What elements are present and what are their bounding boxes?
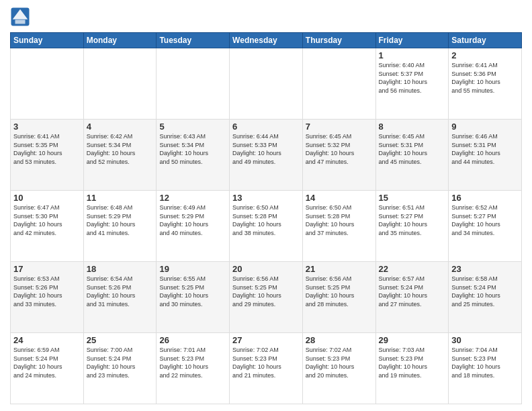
calendar-cell: 3Sunrise: 6:41 AM Sunset: 5:35 PM Daylig… [11, 120, 84, 191]
calendar-cell: 2Sunrise: 6:41 AM Sunset: 5:36 PM Daylig… [449, 48, 522, 120]
day-number: 18 [87, 264, 154, 274]
calendar-cell: 27Sunrise: 7:02 AM Sunset: 5:23 PM Dayli… [230, 333, 303, 404]
calendar-week-row: 10Sunrise: 6:47 AM Sunset: 5:30 PM Dayli… [11, 191, 522, 262]
calendar-cell: 13Sunrise: 6:50 AM Sunset: 5:28 PM Dayli… [230, 191, 303, 262]
day-number: 6 [232, 122, 300, 132]
calendar-cell: 9Sunrise: 6:46 AM Sunset: 5:31 PM Daylig… [449, 120, 522, 191]
calendar-header-saturday: Saturday [449, 33, 522, 48]
day-info: Sunrise: 7:00 AM Sunset: 5:24 PM Dayligh… [87, 346, 154, 379]
calendar-cell: 25Sunrise: 7:00 AM Sunset: 5:24 PM Dayli… [83, 333, 157, 404]
calendar-week-row: 17Sunrise: 6:53 AM Sunset: 5:26 PM Dayli… [11, 262, 522, 333]
calendar-header-tuesday: Tuesday [157, 33, 230, 48]
calendar-cell: 18Sunrise: 6:54 AM Sunset: 5:26 PM Dayli… [83, 262, 157, 333]
day-info: Sunrise: 6:50 AM Sunset: 5:28 PM Dayligh… [306, 203, 373, 237]
day-number: 17 [13, 264, 81, 274]
day-info: Sunrise: 6:40 AM Sunset: 5:37 PM Dayligh… [379, 61, 446, 95]
calendar-cell [157, 48, 230, 120]
logo-icon [10, 7, 30, 27]
day-number: 10 [13, 193, 81, 203]
day-info: Sunrise: 6:55 AM Sunset: 5:25 PM Dayligh… [159, 275, 226, 308]
logo [10, 7, 33, 27]
day-number: 5 [159, 122, 226, 132]
calendar-cell: 5Sunrise: 6:43 AM Sunset: 5:34 PM Daylig… [157, 120, 230, 191]
day-info: Sunrise: 6:42 AM Sunset: 5:34 PM Dayligh… [87, 132, 154, 166]
calendar-cell: 21Sunrise: 6:56 AM Sunset: 5:25 PM Dayli… [302, 262, 375, 333]
day-info: Sunrise: 7:02 AM Sunset: 5:23 PM Dayligh… [232, 346, 300, 379]
calendar-week-row: 3Sunrise: 6:41 AM Sunset: 5:35 PM Daylig… [11, 120, 522, 191]
svg-rect-2 [15, 20, 26, 24]
day-number: 3 [13, 122, 81, 132]
calendar-cell: 28Sunrise: 7:02 AM Sunset: 5:23 PM Dayli… [302, 333, 375, 404]
day-info: Sunrise: 6:49 AM Sunset: 5:29 PM Dayligh… [159, 203, 226, 237]
calendar-header-wednesday: Wednesday [230, 33, 303, 48]
calendar-cell: 10Sunrise: 6:47 AM Sunset: 5:30 PM Dayli… [11, 191, 84, 262]
calendar-cell: 20Sunrise: 6:56 AM Sunset: 5:25 PM Dayli… [230, 262, 303, 333]
day-number: 19 [159, 264, 226, 274]
calendar-cell: 22Sunrise: 6:57 AM Sunset: 5:24 PM Dayli… [375, 262, 449, 333]
calendar-cell: 17Sunrise: 6:53 AM Sunset: 5:26 PM Dayli… [11, 262, 84, 333]
day-info: Sunrise: 7:03 AM Sunset: 5:23 PM Dayligh… [379, 346, 446, 379]
day-info: Sunrise: 6:52 AM Sunset: 5:27 PM Dayligh… [451, 203, 519, 237]
day-info: Sunrise: 6:58 AM Sunset: 5:24 PM Dayligh… [451, 275, 519, 308]
day-info: Sunrise: 6:56 AM Sunset: 5:25 PM Dayligh… [306, 275, 373, 308]
day-info: Sunrise: 7:01 AM Sunset: 5:23 PM Dayligh… [159, 346, 226, 379]
calendar-cell: 8Sunrise: 6:45 AM Sunset: 5:31 PM Daylig… [375, 120, 449, 191]
day-info: Sunrise: 6:59 AM Sunset: 5:24 PM Dayligh… [13, 346, 81, 379]
calendar-cell: 30Sunrise: 7:04 AM Sunset: 5:23 PM Dayli… [449, 333, 522, 404]
day-info: Sunrise: 6:46 AM Sunset: 5:31 PM Dayligh… [451, 132, 519, 166]
day-number: 7 [306, 122, 373, 132]
calendar-cell: 1Sunrise: 6:40 AM Sunset: 5:37 PM Daylig… [375, 48, 449, 120]
day-number: 4 [87, 122, 154, 132]
day-number: 20 [232, 264, 300, 274]
calendar-week-row: 1Sunrise: 6:40 AM Sunset: 5:37 PM Daylig… [11, 48, 522, 120]
day-info: Sunrise: 6:47 AM Sunset: 5:30 PM Dayligh… [13, 203, 81, 237]
day-info: Sunrise: 6:45 AM Sunset: 5:31 PM Dayligh… [379, 132, 446, 166]
day-number: 14 [306, 193, 373, 203]
day-number: 8 [379, 122, 446, 132]
day-number: 2 [451, 50, 519, 60]
calendar-cell: 11Sunrise: 6:48 AM Sunset: 5:29 PM Dayli… [83, 191, 157, 262]
day-number: 23 [451, 264, 519, 274]
calendar-week-row: 24Sunrise: 6:59 AM Sunset: 5:24 PM Dayli… [11, 333, 522, 404]
calendar-cell: 23Sunrise: 6:58 AM Sunset: 5:24 PM Dayli… [449, 262, 522, 333]
day-info: Sunrise: 6:41 AM Sunset: 5:35 PM Dayligh… [13, 132, 81, 166]
day-info: Sunrise: 6:57 AM Sunset: 5:24 PM Dayligh… [379, 275, 446, 308]
calendar-header-monday: Monday [83, 33, 157, 48]
calendar-cell: 24Sunrise: 6:59 AM Sunset: 5:24 PM Dayli… [11, 333, 84, 404]
calendar-cell: 6Sunrise: 6:44 AM Sunset: 5:33 PM Daylig… [230, 120, 303, 191]
calendar-cell: 12Sunrise: 6:49 AM Sunset: 5:29 PM Dayli… [157, 191, 230, 262]
calendar-header-friday: Friday [375, 33, 449, 48]
day-info: Sunrise: 6:44 AM Sunset: 5:33 PM Dayligh… [232, 132, 300, 166]
calendar-cell: 14Sunrise: 6:50 AM Sunset: 5:28 PM Dayli… [302, 191, 375, 262]
day-info: Sunrise: 7:04 AM Sunset: 5:23 PM Dayligh… [451, 346, 519, 379]
day-number: 22 [379, 264, 446, 274]
calendar-cell: 15Sunrise: 6:51 AM Sunset: 5:27 PM Dayli… [375, 191, 449, 262]
day-info: Sunrise: 6:54 AM Sunset: 5:26 PM Dayligh… [87, 275, 154, 308]
day-number: 1 [379, 50, 446, 60]
day-info: Sunrise: 6:51 AM Sunset: 5:27 PM Dayligh… [379, 203, 446, 237]
calendar-cell [11, 48, 84, 120]
day-info: Sunrise: 7:02 AM Sunset: 5:23 PM Dayligh… [306, 346, 373, 379]
calendar-cell: 19Sunrise: 6:55 AM Sunset: 5:25 PM Dayli… [157, 262, 230, 333]
day-number: 27 [232, 335, 300, 345]
calendar-cell [302, 48, 375, 120]
page: SundayMondayTuesdayWednesdayThursdayFrid… [0, 0, 532, 411]
day-number: 30 [451, 335, 519, 345]
day-info: Sunrise: 6:41 AM Sunset: 5:36 PM Dayligh… [451, 61, 519, 95]
calendar-cell: 7Sunrise: 6:45 AM Sunset: 5:32 PM Daylig… [302, 120, 375, 191]
day-number: 9 [451, 122, 519, 132]
calendar-cell: 4Sunrise: 6:42 AM Sunset: 5:34 PM Daylig… [83, 120, 157, 191]
day-info: Sunrise: 6:43 AM Sunset: 5:34 PM Dayligh… [159, 132, 226, 166]
calendar-header-sunday: Sunday [11, 33, 84, 48]
day-info: Sunrise: 6:45 AM Sunset: 5:32 PM Dayligh… [306, 132, 373, 166]
day-number: 15 [379, 193, 446, 203]
calendar-header-thursday: Thursday [302, 33, 375, 48]
day-info: Sunrise: 6:50 AM Sunset: 5:28 PM Dayligh… [232, 203, 300, 237]
day-number: 12 [159, 193, 226, 203]
day-number: 28 [306, 335, 373, 345]
calendar-cell: 16Sunrise: 6:52 AM Sunset: 5:27 PM Dayli… [449, 191, 522, 262]
calendar-cell: 29Sunrise: 7:03 AM Sunset: 5:23 PM Dayli… [375, 333, 449, 404]
day-info: Sunrise: 6:53 AM Sunset: 5:26 PM Dayligh… [13, 275, 81, 308]
calendar-cell [230, 48, 303, 120]
day-number: 13 [232, 193, 300, 203]
